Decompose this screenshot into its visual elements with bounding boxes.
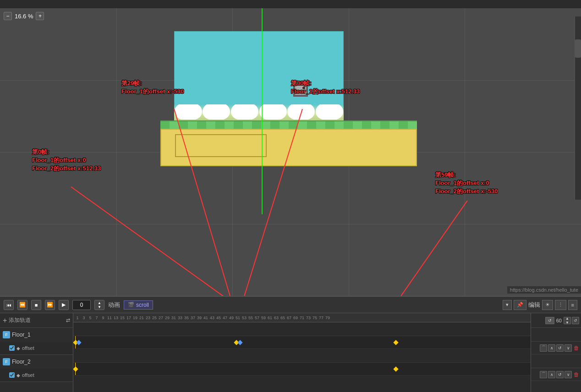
floor1-delete-btn[interactable]: 🗑 [574, 345, 579, 351]
track-lanes [73, 322, 531, 392]
frame-num: 11 [106, 316, 113, 320]
track-headers: + 添加轨道 ⇄ F Floor_1 ◆ offset F [0, 313, 73, 392]
keyframe-floor2-frame59[interactable] [393, 366, 398, 371]
floor2-offset-diamond-icon: ◆ [16, 373, 20, 378]
frame-up-button[interactable]: ▲▼ [94, 300, 104, 310]
animation-name-display[interactable]: 🎬 scroll [124, 300, 153, 310]
zoom-plus-button[interactable]: + [36, 12, 44, 20]
ground-green [160, 120, 417, 129]
timeline-panel: ⏮ ⏪ ■ ⏩ ▶ ▲▼ 动画 🎬 scroll ▾ 📌 编辑 ☀ ⋮ ≡ + … [0, 296, 581, 392]
floor2-offset-checkbox[interactable] [9, 372, 15, 378]
fps-refresh-button[interactable]: ↺ [572, 317, 579, 324]
track-loop-button[interactable]: ↺ [545, 317, 554, 324]
zoom-controls[interactable]: − 16.6 % + [4, 12, 44, 20]
game-scene [174, 31, 417, 169]
timeline-right-controls: ▾ 📌 编辑 ☀ ⋮ ≡ [503, 300, 577, 310]
frame-num: 39 [196, 316, 203, 320]
frame-num: 79 [324, 316, 331, 320]
cloud [233, 108, 256, 120]
frame-num: 61 [267, 316, 273, 320]
keyframe-floor1-frame59[interactable] [393, 340, 398, 345]
frame-num: 45 [215, 316, 222, 320]
timeline-more-button[interactable]: ⋮ [555, 300, 566, 310]
animation-name: scroll [136, 302, 149, 308]
frame-num: 9 [100, 316, 106, 320]
keyframe-floor1-frame29-blue[interactable] [237, 340, 242, 345]
track-right-controls: ↺ 60 ▲▼ ↺ ⌒ ∧ ↺ ∨ 🗑 ⌒ ∧ ↺ [531, 313, 581, 392]
annotation-frame30: 第30帧:Floor_1的offset x:512.33 [291, 79, 360, 96]
frame-num: 49 [228, 316, 235, 320]
frame-num: 73 [305, 316, 312, 320]
playback-stop-button[interactable]: ■ [31, 300, 41, 310]
playback-forward-frame-button[interactable]: ⏩ [45, 300, 55, 310]
attribution: https://blog.csdn.net/hello_tute [507, 286, 581, 294]
frame-num: 23 [145, 316, 151, 320]
frame-num: 7 [93, 316, 100, 320]
floor1-offset-diamond-icon: ◆ [16, 346, 20, 351]
cloud [318, 108, 341, 120]
floor2-delete-btn[interactable]: 🗑 [574, 371, 579, 378]
fps-up-button[interactable]: ▲▼ [564, 317, 571, 324]
floor2-up-btn[interactable]: ∧ [548, 371, 555, 378]
floor1-undo-btn[interactable]: ↺ [556, 344, 564, 352]
floor2-easing-btn[interactable]: ⌒ [540, 371, 547, 378]
ground-yellow [160, 129, 417, 166]
floor1-down-btn[interactable]: ∨ [565, 344, 572, 352]
vertical-scrollbar[interactable] [575, 16, 581, 200]
frame-num: 65 [280, 316, 286, 320]
floor1-offset-lane[interactable] [73, 336, 531, 349]
frame-num: 71 [299, 316, 305, 320]
frame-num: 21 [138, 316, 145, 320]
zoom-minus-button[interactable]: − [4, 12, 12, 20]
floor2-down-btn[interactable]: ∨ [565, 371, 572, 378]
floor1-offset-checkbox[interactable] [9, 345, 15, 351]
trc-floor2-row [531, 354, 581, 368]
floor2-offset-lane[interactable] [73, 363, 531, 376]
frame-num: 67 [286, 316, 292, 320]
ground [160, 120, 417, 166]
frame-num: 57 [254, 316, 260, 320]
annotation-frame59: 第59帧:Floor_1的offset x:0Floor_2的offset x:… [435, 171, 498, 196]
floor2-header-lane [73, 349, 531, 363]
fps-label: 60 [556, 318, 562, 323]
frame-num: 75 [312, 316, 318, 320]
track-prop-floor2-offset: ◆ offset [0, 369, 73, 381]
frame-num: 69 [292, 316, 299, 320]
svg-line-0 [71, 187, 234, 296]
keyframe-floor2-frame0[interactable] [73, 366, 78, 371]
add-track-row[interactable]: + 添加轨道 ⇄ [0, 313, 73, 328]
timeline-brightness-button[interactable]: ☀ [542, 300, 553, 310]
track-prop-floor1-offset: ◆ offset [0, 342, 73, 354]
annotation-frame0: 第0帧:Floor_1的offset x:0Floor_2的offset x:5… [32, 148, 101, 173]
frame-num: 1 [74, 316, 81, 320]
track-header-floor2[interactable]: F Floor_2 [0, 355, 73, 369]
frame-num: 41 [203, 316, 209, 320]
trc-floor2-offset-row: ⌒ ∧ ↺ ∨ 🗑 [531, 368, 581, 381]
playback-back-frame-button[interactable]: ⏪ [17, 300, 27, 310]
frame-num: 13 [113, 316, 119, 320]
keyframe-floor1-frame0-blue[interactable] [76, 340, 81, 345]
frame-num: 51 [235, 316, 241, 320]
frame-num: 25 [151, 316, 158, 320]
floor1-easing-btn[interactable]: ⌒ [540, 344, 547, 352]
edit-label: 编辑 [528, 301, 540, 309]
frame-tracks-container: 1 3 5 7 9 11 13 15 17 19 21 23 25 27 29 … [73, 313, 531, 392]
frame-num: 33 [177, 316, 183, 320]
current-frame-input[interactable] [72, 300, 91, 310]
timeline-pin-button[interactable]: 📌 [514, 300, 526, 310]
floor1-up-btn[interactable]: ∧ [548, 344, 555, 352]
playback-play-button[interactable]: ▶ [59, 300, 69, 310]
floor2-undo-btn[interactable]: ↺ [556, 371, 564, 378]
playback-back-start-button[interactable]: ⏮ [4, 300, 14, 310]
timeline-settings-dropdown[interactable]: ▾ [503, 300, 512, 310]
add-track-button[interactable]: + [3, 316, 7, 325]
track-group-floor2: F Floor_2 ◆ offset [0, 355, 73, 382]
tracks-area: + 添加轨道 ⇄ F Floor_1 ◆ offset F [0, 313, 581, 392]
center-axis-line [262, 8, 263, 214]
canvas-area[interactable]: 第0帧:Floor_1的offset x:0Floor_2的offset x:5… [0, 8, 581, 296]
timeline-menu-button[interactable]: ≡ [568, 300, 577, 310]
track-header-floor1[interactable]: F Floor_1 [0, 328, 73, 342]
svg-line-3 [395, 201, 467, 296]
trc-floor1-offset-row: ⌒ ∧ ↺ ∨ 🗑 [531, 342, 581, 354]
frame-num: 63 [273, 316, 280, 320]
